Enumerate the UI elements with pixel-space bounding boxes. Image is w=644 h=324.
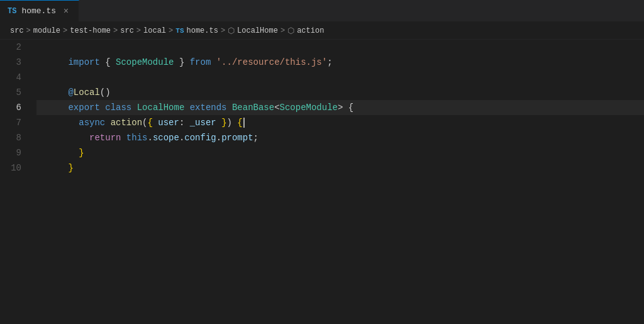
breadcrumb-src[interactable]: src	[10, 26, 24, 35]
breadcrumb-ts-icon: TS	[175, 27, 184, 35]
line-numbers: 2 3 4 5 6 7 8 9 10	[0, 40, 31, 324]
breadcrumb-module[interactable]: module	[33, 26, 60, 35]
breadcrumb-sep-7: >	[280, 26, 285, 35]
breadcrumb-sep-3: >	[113, 26, 118, 35]
breadcrumb: src > module > test-home > src > local >…	[0, 22, 644, 40]
tab-bar: TS home.ts ×	[0, 0, 644, 22]
code-line-5: export class LocalHome extends BeanBase<…	[36, 85, 644, 100]
code-line-2: import { ScopeModule } from '../resource…	[36, 40, 644, 55]
code-line-9: }	[36, 145, 644, 160]
breadcrumb-localhome[interactable]: LocalHome	[237, 26, 278, 35]
breadcrumb-sep-2: >	[63, 26, 67, 35]
breadcrumb-sep-1: >	[26, 26, 31, 35]
line-num-4: 4	[0, 70, 31, 85]
breadcrumb-sep-5: >	[169, 26, 173, 35]
breadcrumb-src2[interactable]: src	[120, 26, 134, 35]
line-num-2: 2	[0, 40, 31, 55]
breadcrumb-test-home[interactable]: test-home	[70, 26, 111, 35]
line-num-9: 9	[0, 145, 31, 160]
breadcrumb-method-icon: ⬡	[287, 26, 294, 36]
code-area[interactable]: import { ScopeModule } from '../resource…	[31, 40, 644, 324]
breadcrumb-local[interactable]: local	[143, 26, 166, 35]
line-num-6: 6	[0, 100, 31, 115]
tab-home-ts[interactable]: TS home.ts ×	[0, 0, 79, 21]
line-num-10: 10	[0, 160, 31, 176]
breadcrumb-home-ts[interactable]: home.ts	[186, 26, 218, 35]
breadcrumb-sep-4: >	[136, 26, 141, 35]
tab-ts-icon: TS	[8, 7, 16, 16]
line-num-3: 3	[0, 55, 31, 70]
tab-filename: home.ts	[21, 6, 56, 16]
code-line-10	[36, 160, 644, 176]
line-num-5: 5	[0, 85, 31, 100]
line-num-7: 7	[0, 115, 31, 130]
code-line-4: @Local()	[36, 70, 644, 85]
breadcrumb-class-icon: ⬡	[228, 26, 235, 36]
line-num-8: 8	[0, 130, 31, 145]
tab-close-button[interactable]: ×	[61, 6, 71, 16]
breadcrumb-action[interactable]: action	[297, 26, 324, 35]
breadcrumb-sep-6: >	[221, 26, 225, 35]
editor: 2 3 4 5 6 7 8 9 10 import { ScopeModule …	[0, 40, 644, 324]
